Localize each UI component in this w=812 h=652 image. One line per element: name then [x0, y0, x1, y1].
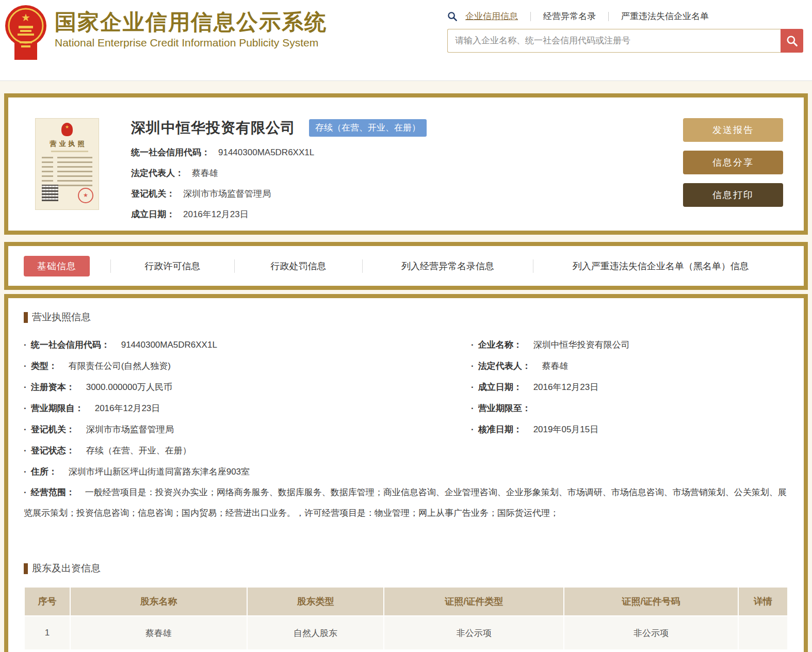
section-title-business-license: 营业执照信息 — [24, 311, 788, 324]
field-registration-status: 登记状态：存续（在营、开业、在册） — [24, 440, 471, 461]
cell-detail — [738, 616, 788, 650]
col-header-shareholder-type: 股东类型 — [247, 587, 384, 616]
section-title-bar — [24, 563, 28, 574]
status-badge: 存续（在营、开业、在册） — [309, 119, 427, 137]
search-button-icon — [786, 35, 798, 46]
share-info-button[interactable]: 信息分享 — [683, 151, 783, 174]
send-report-button[interactable]: 发送报告 — [683, 118, 783, 142]
company-info: 深圳中恒华投资有限公司 存续（在营、开业、在册） 统一社会信用代码：914403… — [131, 118, 673, 231]
print-info-button[interactable]: 信息打印 — [683, 183, 783, 207]
license-thumb-subtitle-line — [51, 151, 88, 152]
header-right: 企业信用信息 经营异常名录 严重违法失信企业名单 — [447, 10, 803, 53]
search-icon — [447, 11, 457, 21]
nav-link-serious-violation-list[interactable]: 严重违法失信企业名单 — [619, 10, 711, 22]
basic-info-panel: 营业执照信息 统一社会信用代码：91440300MA5DR6XX1L 企业名称：… — [4, 294, 808, 652]
nav-divider — [530, 12, 531, 21]
search-button[interactable] — [781, 29, 803, 53]
site-title: 国家企业信用信息公示系统 — [55, 10, 327, 34]
field-approval-date: 核准日期：2019年05月15日 — [471, 419, 788, 440]
svg-text:★: ★ — [21, 12, 30, 23]
card-field-legal-rep-value: 蔡春雄 — [192, 168, 218, 178]
cell-shareholder-type: 自然人股东 — [247, 616, 384, 650]
card-field-establish-date: 成立日期：2016年12月23日 — [131, 208, 673, 220]
col-header-certificate-number: 证照/证件号码 — [564, 587, 738, 616]
section-title-bar — [24, 312, 28, 323]
nav-divider — [608, 12, 609, 21]
company-action-buttons: 发送报告 信息分享 信息打印 — [683, 118, 783, 231]
tab-abnormal-operations[interactable]: 列入经营异常名录信息 — [363, 260, 533, 272]
section-title-shareholders: 股东及出资信息 — [24, 562, 788, 575]
field-registration-authority: 登记机关：深圳市市场监督管理局 — [24, 419, 471, 440]
shareholder-section: 股东及出资信息 序号 股东名称 股东类型 证照/证件类型 证照/证件号码 详情 — [24, 562, 788, 650]
col-header-index: 序号 — [24, 587, 70, 616]
col-header-shareholder-name: 股东名称 — [70, 587, 247, 616]
business-license-thumbnail: 营业执照 — [35, 118, 99, 210]
page-body: 营业执照 深圳中恒华投资有限公司 存续（在营、开业、在册） 统一社会信用代码：9… — [0, 81, 812, 652]
field-address: 住所：深圳市坪山新区坪山街道同富路东津名座903室 — [24, 461, 471, 482]
section-title-business-license-text: 营业执照信息 — [32, 311, 91, 324]
field-establish-date: 成立日期：2016年12月23日 — [471, 377, 788, 398]
card-field-uscc: 统一社会信用代码：91440300MA5DR6XX1L — [131, 146, 673, 158]
field-term-to: 营业期限至： — [471, 398, 788, 419]
field-business-scope: 经营范围：一般经营项目是：投资兴办实业；网络商务服务、数据库服务、数据库管理；商… — [24, 482, 788, 524]
section-title-shareholders-text: 股东及出资信息 — [32, 562, 101, 575]
national-emblem-logo: ★ — [4, 4, 47, 62]
field-registered-capital: 注册资本：3000.000000万人民币 — [24, 377, 471, 398]
nav-link-enterprise-credit-info[interactable]: 企业信用信息 — [463, 10, 520, 22]
card-field-legal-rep-label: 法定代表人： — [131, 168, 184, 178]
license-qr-code — [42, 185, 58, 201]
logo-block: ★ 国家企业信用信息公示系统 National Enterprise Credi… — [4, 4, 327, 62]
empty-cell — [471, 461, 788, 482]
card-field-registration-authority: 登记机关：深圳市市场监督管理局 — [131, 188, 673, 200]
card-field-uscc-value: 91440300MA5DR6XX1L — [218, 148, 314, 157]
card-field-establish-date-label: 成立日期： — [131, 209, 175, 219]
tab-blacklist[interactable]: 列入严重违法失信企业名单（黑名单）信息 — [533, 260, 788, 272]
field-uscc: 统一社会信用代码：91440300MA5DR6XX1L — [24, 334, 471, 355]
empty-cell — [471, 440, 788, 461]
license-red-seal — [78, 188, 93, 203]
col-header-certificate-type: 证照/证件类型 — [384, 587, 564, 616]
license-thumb-title: 营业执照 — [36, 139, 99, 149]
field-term-from: 营业期限自：2016年12月23日 — [24, 398, 471, 419]
title-block: 国家企业信用信息公示系统 National Enterprise Credit … — [55, 4, 327, 49]
table-header-row: 序号 股东名称 股东类型 证照/证件类型 证照/证件号码 详情 — [24, 587, 788, 616]
card-field-registration-authority-value: 深圳市市场监督管理局 — [183, 189, 271, 199]
field-company-type: 类型：有限责任公司(自然人独资) — [24, 355, 471, 377]
tab-administrative-penalty[interactable]: 行政处罚信息 — [235, 260, 362, 272]
search-bar — [447, 29, 803, 53]
card-field-registration-authority-label: 登记机关： — [131, 189, 175, 199]
table-row: 1 蔡春雄 自然人股东 非公示项 非公示项 — [24, 616, 788, 650]
field-company-name: 企业名称：深圳中恒华投资有限公司 — [471, 334, 788, 355]
cell-shareholder-name: 蔡春雄 — [70, 616, 247, 650]
tab-administrative-license[interactable]: 行政许可信息 — [111, 260, 234, 272]
license-emblem-icon — [61, 123, 73, 136]
cell-certificate-number: 非公示项 — [564, 616, 738, 650]
field-legal-representative: 法定代表人：蔡春雄 — [471, 355, 788, 377]
top-nav: 企业信用信息 经营异常名录 严重违法失信企业名单 — [447, 10, 803, 22]
company-name: 深圳中恒华投资有限公司 — [131, 118, 296, 138]
site-header: ★ 国家企业信用信息公示系统 National Enterprise Credi… — [0, 0, 812, 81]
search-input[interactable] — [447, 29, 781, 53]
company-summary-card: 营业执照 深圳中恒华投资有限公司 存续（在营、开业、在册） 统一社会信用代码：9… — [4, 93, 808, 235]
shareholder-table: 序号 股东名称 股东类型 证照/证件类型 证照/证件号码 详情 1 蔡春雄 自然… — [24, 586, 788, 650]
card-field-uscc-label: 统一社会信用代码： — [131, 148, 210, 157]
cell-index: 1 — [24, 616, 70, 650]
nav-link-abnormal-operations-list[interactable]: 经营异常名录 — [541, 10, 598, 22]
col-header-detail: 详情 — [738, 587, 788, 616]
license-fields-grid: 统一社会信用代码：91440300MA5DR6XX1L 企业名称：深圳中恒华投资… — [24, 334, 788, 524]
site-subtitle: National Enterprise Credit Information P… — [55, 37, 327, 49]
tab-bar: 基础信息 行政许可信息 行政处罚信息 列入经营异常名录信息 列入严重违法失信企业… — [4, 242, 808, 290]
cell-certificate-type: 非公示项 — [384, 616, 564, 650]
card-field-legal-rep: 法定代表人：蔡春雄 — [131, 167, 673, 179]
card-field-establish-date-value: 2016年12月23日 — [183, 209, 249, 219]
tab-basic-info[interactable]: 基础信息 — [24, 256, 90, 276]
